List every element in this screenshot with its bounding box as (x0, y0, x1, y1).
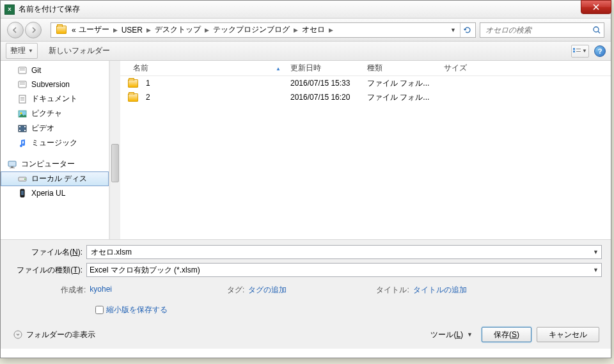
file-date: 2016/07/15 16:20 (285, 93, 362, 102)
forward-button[interactable] (25, 22, 42, 38)
sidebar-item-label: ローカル ディス (31, 173, 87, 184)
chevron-down-icon[interactable]: ▼ (593, 249, 599, 255)
breadcrumb-prefix: « (70, 23, 77, 37)
breadcrumb-item[interactable]: オセロ (301, 22, 326, 38)
refresh-icon (463, 26, 472, 35)
file-row[interactable]: 2 2016/07/15 16:20 ファイル フォル... (120, 90, 611, 104)
chevron-down-icon: ▼ (28, 48, 33, 54)
organize-label: 整理 (10, 45, 26, 56)
repo-icon (17, 79, 28, 90)
svg-rect-3 (576, 49, 581, 49)
thumbnail-label: 縮小版を保存する (106, 305, 168, 315)
filetype-value: Excel マクロ有効ブック (*.xlsm) (90, 265, 200, 276)
filename-label: ファイル名(N): (10, 247, 86, 258)
search-box[interactable] (480, 22, 604, 38)
svg-point-26 (24, 178, 26, 180)
sidebar-item-music[interactable]: ミュージック (1, 136, 109, 150)
sidebar-item-label: Subversion (31, 80, 70, 89)
filetype-select[interactable]: Excel マクロ有効ブック (*.xlsm) ▼ (86, 263, 602, 277)
tools-button[interactable]: ツール(L) ▼ (427, 328, 476, 342)
sidebar-item-xperia[interactable]: Xperia UL (1, 186, 109, 200)
file-list: 名前 ▲ 更新日時 種類 サイズ 1 2016/07/15 15:33 ファイル… (120, 61, 611, 239)
search-button[interactable] (590, 23, 604, 37)
folder-icon (128, 93, 138, 102)
close-icon (593, 4, 599, 10)
help-button[interactable]: ? (594, 45, 606, 57)
close-button[interactable] (581, 0, 611, 14)
svg-rect-14 (20, 100, 24, 100)
sidebar: Git Subversion ドキュメント ピクチャ ビデオ ミュージック (1, 61, 109, 239)
sidebar-scrollbar[interactable] (109, 61, 120, 239)
address-bar[interactable]: « ユーザー ▶ USER ▶ デスクトップ ▶ テックプロジンブログ ▶ オセ… (51, 22, 476, 38)
new-folder-button[interactable]: 新しいフォルダー (44, 43, 114, 59)
author-value[interactable]: kyohei (90, 285, 112, 296)
svg-rect-21 (24, 130, 26, 131)
sidebar-item-label: ミュージック (31, 138, 77, 148)
chevron-down-icon: ▼ (582, 48, 587, 54)
svg-rect-12 (20, 97, 24, 98)
svg-rect-18 (19, 126, 20, 127)
filetype-label: ファイルの種類(T): (10, 265, 86, 276)
svg-point-0 (594, 27, 599, 32)
breadcrumb-item[interactable]: USER (120, 23, 144, 37)
svg-rect-19 (19, 130, 20, 131)
refresh-button[interactable] (460, 23, 474, 37)
sidebar-item-label: ビデオ (31, 123, 54, 134)
filename-field[interactable] (90, 247, 593, 257)
bottom-panel: ファイル名(N): ▼ ファイルの種類(T): Excel マクロ有効ブック (… (1, 240, 611, 349)
sidebar-item-subversion[interactable]: Subversion (1, 77, 109, 91)
sidebar-item-localdisk[interactable]: ローカル ディス (1, 171, 109, 186)
computer-icon (7, 159, 17, 170)
collapse-icon (13, 330, 22, 339)
scrollbar-thumb[interactable] (111, 144, 119, 182)
hide-folders-label: フォルダーの非表示 (26, 329, 95, 340)
breadcrumb-item[interactable]: デスクトップ (154, 22, 202, 38)
sort-ascending-icon: ▲ (276, 65, 281, 71)
file-type: ファイル フォル... (362, 78, 439, 89)
back-button[interactable] (7, 22, 24, 38)
tag-label: タグ: (227, 285, 244, 296)
svg-rect-24 (10, 168, 15, 168)
filename-input[interactable]: ▼ (86, 245, 602, 259)
chevron-right-icon: ▶ (113, 27, 118, 33)
svg-rect-28 (21, 191, 24, 195)
title-value[interactable]: タイトルの追加 (413, 285, 467, 296)
cancel-button[interactable]: キャンセル (537, 327, 599, 342)
sidebar-item-computer[interactable]: コンピューター (1, 157, 109, 171)
chevron-right-icon: ▶ (146, 27, 151, 33)
title-label: タイトル: (376, 285, 409, 296)
sidebar-item-git[interactable]: Git (1, 63, 109, 77)
view-icon (573, 48, 581, 54)
save-button[interactable]: 保存(S) (482, 327, 531, 342)
hide-folders-button[interactable]: フォルダーの非表示 (10, 329, 95, 340)
music-icon (17, 138, 28, 148)
sidebar-item-videos[interactable]: ビデオ (1, 121, 109, 136)
file-row[interactable]: 1 2016/07/15 15:33 ファイル フォル... (120, 76, 611, 90)
tag-value[interactable]: タグの追加 (248, 285, 287, 296)
column-name-label: 名前 (133, 63, 148, 72)
excel-icon: X (4, 4, 15, 15)
svg-point-29 (14, 331, 22, 338)
chevron-down-icon[interactable]: ▼ (593, 267, 599, 273)
history-dropdown[interactable]: ▼ (446, 27, 460, 33)
chevron-right-icon: ▶ (294, 27, 298, 33)
file-type: ファイル フォル... (362, 92, 439, 103)
search-input[interactable] (484, 25, 590, 35)
window-title: 名前を付けて保存 (19, 4, 80, 15)
column-name[interactable]: 名前 ▲ (120, 63, 285, 74)
folder-icon (128, 79, 138, 88)
column-headers: 名前 ▲ 更新日時 種類 サイズ (120, 61, 611, 76)
column-type[interactable]: 種類 (362, 63, 439, 74)
new-folder-label: 新しいフォルダー (49, 45, 110, 56)
chevron-right-icon: ▶ (205, 27, 209, 33)
view-mode-button[interactable]: ▼ (571, 45, 589, 58)
sidebar-item-documents[interactable]: ドキュメント (1, 91, 109, 106)
sidebar-item-label: Git (31, 66, 41, 75)
column-date[interactable]: 更新日時 (285, 63, 362, 74)
breadcrumb-item[interactable]: ユーザー (77, 22, 111, 38)
sidebar-item-pictures[interactable]: ピクチャ (1, 106, 109, 121)
organize-button[interactable]: 整理 ▼ (6, 43, 38, 59)
thumbnail-checkbox[interactable] (95, 306, 104, 314)
breadcrumb-item[interactable]: テックプロジンブログ (212, 22, 291, 38)
column-size[interactable]: サイズ (439, 63, 490, 74)
